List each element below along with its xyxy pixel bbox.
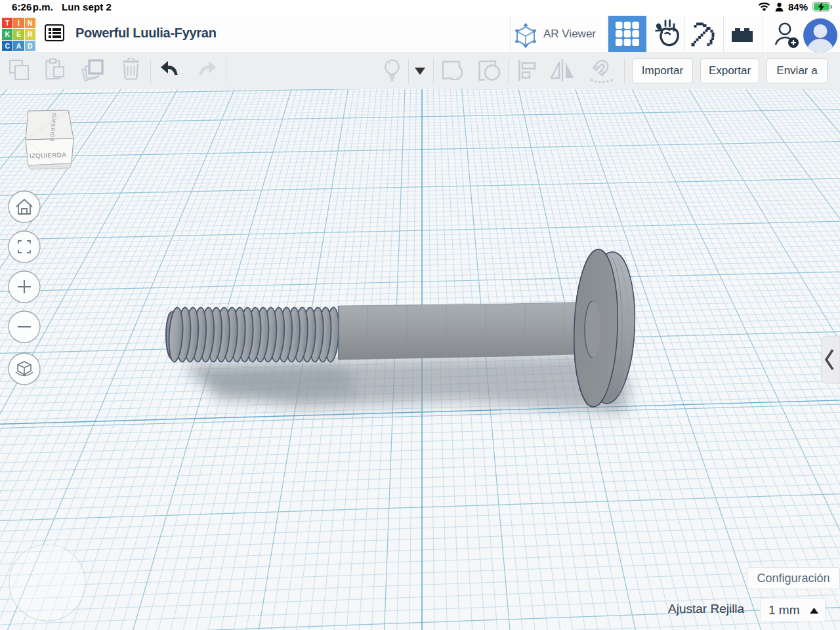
svg-text:IZQUIERDA: IZQUIERDA bbox=[30, 151, 67, 159]
